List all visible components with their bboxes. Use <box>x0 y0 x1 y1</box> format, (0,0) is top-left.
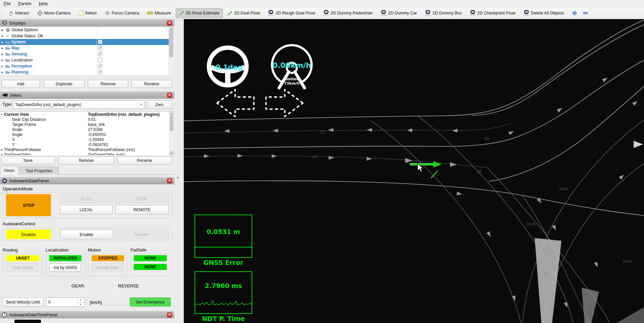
auto-button[interactable]: AUTO <box>60 194 113 203</box>
remote-button[interactable]: REMOTE <box>115 205 169 214</box>
property-row-near-clip[interactable]: Near Clip Distance 0.01 <box>0 117 173 122</box>
datetime-panel-header[interactable]: AutowareDateTimePanel × <box>0 311 174 318</box>
tool-interact[interactable]: Interact <box>5 8 33 18</box>
expand-icon[interactable]: ▶ <box>0 153 4 155</box>
init-by-gnss-button[interactable]: Init by GNSS <box>49 263 81 272</box>
close-icon[interactable]: × <box>167 312 172 317</box>
set-emergency-button[interactable]: Set Emergency <box>130 297 171 307</box>
tool-2d-pose-estimate[interactable]: 2D Pose Estimate <box>176 8 223 18</box>
row-checkbox[interactable]: ✓ <box>98 64 102 68</box>
control-disable-button[interactable]: Disable <box>6 230 51 239</box>
property-row-third-person[interactable]: ▶ThirdPersonFollower ThirdPersonFollower… <box>0 147 173 152</box>
property-row-current-view[interactable]: ▼Current View TopDownOrtho (rviz_default… <box>0 112 173 117</box>
control-enable-button[interactable]: Enable <box>60 230 112 239</box>
menu-help[interactable]: Help <box>35 0 52 7</box>
tool-move-camera[interactable]: Move Camera <box>34 8 74 18</box>
displays-scrollbar[interactable] <box>169 27 173 76</box>
toolbar: Interact Move Camera Select Focus Camera… <box>0 7 644 19</box>
tool-2d-rough-goal-pose[interactable]: WAutoware 2D Rough Goal Pose <box>265 8 318 18</box>
display-row-localization[interactable]: ▶ Localization <box>0 57 173 63</box>
expand-icon[interactable]: ▶ <box>0 29 5 32</box>
remove-view-button[interactable]: Remove <box>58 156 114 165</box>
view-type-combobox[interactable]: TopDownOrtho (rviz_default_plugins) ▼ <box>13 100 145 109</box>
views-scrollbar[interactable]: ▲ ▼ <box>169 111 173 155</box>
property-row-scale[interactable]: Scale 27.5288 <box>0 127 173 132</box>
display-row-sensing[interactable]: ▶ Sensing ✓ <box>0 51 173 57</box>
spin-down-icon[interactable]: ▼ <box>77 302 84 307</box>
tool-2d-dummy-car[interactable]: WAutoware 2D Dummy Car <box>377 8 420 18</box>
tool-select[interactable]: Select <box>75 8 100 18</box>
property-row-y[interactable]: Y -0.0824781 <box>0 142 173 147</box>
toolbar-drag-handle[interactable] <box>1 9 3 17</box>
row-checkbox[interactable] <box>98 58 102 62</box>
menu-panels[interactable]: Panels <box>14 0 35 7</box>
tool-delete-all-objects[interactable]: WAutoware Delete All Objects <box>520 8 568 18</box>
tool-2d-dummy-pedestrian[interactable]: WAutoware 2D Dummy Pedestrian <box>320 8 376 18</box>
scroll-up-icon[interactable]: ▲ <box>170 111 174 116</box>
zero-button[interactable]: Zero <box>147 100 172 109</box>
row-checkbox[interactable]: ✓ <box>98 52 102 56</box>
render-viewport[interactable]: 71 25 91 25 1635 1618 1624 -0.1deg 0.00k… <box>184 19 644 323</box>
velocity-limit-input[interactable] <box>46 298 77 307</box>
expand-icon[interactable]: ▶ <box>0 71 5 74</box>
tab-tool-properties[interactable]: Tool Properties <box>19 167 59 175</box>
remove-button[interactable]: Remove <box>88 80 128 88</box>
control-disable2-button[interactable]: Disable <box>114 230 169 239</box>
row-checkbox[interactable]: ✓ <box>98 70 102 74</box>
accept-start-button[interactable]: Accept Start <box>92 263 123 272</box>
views-panel-header[interactable]: Views × <box>0 91 174 99</box>
autoware-state-panel-header[interactable]: W AutowareStatePanel × <box>0 177 174 184</box>
rename-button[interactable]: Rename <box>131 80 172 88</box>
scroll-down-icon[interactable]: ▼ <box>170 151 174 155</box>
expand-icon[interactable]: ▶ <box>0 41 5 44</box>
display-row-global-status[interactable]: ▶ ✓ Global Status: Ok <box>0 33 173 39</box>
focus-icon <box>105 10 110 16</box>
property-row-topdownortho[interactable]: ▶TopDownOrtho TopDownOrtho (rviz) <box>0 152 173 155</box>
operation-mode-stop-button[interactable]: STOP <box>6 194 51 216</box>
tool-2d-goal-pose[interactable]: 2D Goal Pose <box>224 8 264 18</box>
expand-icon[interactable]: ▶ <box>0 148 4 151</box>
dock-collapse-icon[interactable]: ◄ <box>176 176 179 179</box>
close-icon[interactable]: × <box>167 20 172 26</box>
tool-focus-camera[interactable]: Focus Camera <box>101 8 143 18</box>
expand-icon[interactable]: ▶ <box>0 35 5 38</box>
tab-views[interactable]: Views <box>0 166 18 175</box>
expand-icon[interactable]: ▶ <box>0 53 5 56</box>
tool-2d-dummy-bus[interactable]: WAutoware 2D Dummy Bus <box>422 8 465 18</box>
expand-icon[interactable]: ▶ <box>0 59 5 62</box>
remove-tool-button[interactable] <box>581 9 590 17</box>
display-row-planning[interactable]: ▶ Planning ✓ <box>0 69 173 75</box>
menu-file[interactable]: File <box>0 0 14 7</box>
stop-button[interactable]: STOP <box>115 194 169 203</box>
display-row-map[interactable]: ▶ Map ✓ <box>0 45 173 51</box>
add-tool-button[interactable] <box>570 9 579 17</box>
displays-panel-header[interactable]: Displays × <box>0 19 174 27</box>
property-row-target-frame[interactable]: Target Frame base_link <box>0 122 173 127</box>
collapse-icon[interactable]: ▼ <box>0 113 4 116</box>
failsafe-status-badge: NONE <box>134 255 167 261</box>
autoware-icon: WAutoware <box>524 10 529 16</box>
row-checkbox[interactable]: ✓ <box>98 46 102 50</box>
display-row-perception[interactable]: ▶ Perception ✓ <box>0 63 173 69</box>
display-row-global-options[interactable]: ▶ Global Options <box>0 27 173 33</box>
property-row-x[interactable]: X -1.55583 <box>0 137 173 142</box>
clear-route-button[interactable]: Clear Route <box>6 263 39 272</box>
expand-icon[interactable]: ▶ <box>0 65 5 68</box>
spin-up-icon[interactable]: ▲ <box>77 298 84 302</box>
display-row-system[interactable]: ▶ System ✓ <box>0 39 173 45</box>
close-icon[interactable]: × <box>167 93 172 98</box>
save-button[interactable]: Save <box>1 156 55 165</box>
expand-icon[interactable]: ▶ <box>0 47 5 50</box>
close-icon[interactable]: × <box>167 178 172 183</box>
tool-2d-checkpoint-pose[interactable]: WAutoware 2D Checkpoint Pose <box>467 8 519 18</box>
duplicate-button[interactable]: Duplicate <box>44 80 85 88</box>
rename-view-button[interactable]: Rename <box>117 156 172 165</box>
add-button[interactable]: Add <box>1 80 40 88</box>
tool-label: 2D Dummy Pedestrian <box>331 11 373 15</box>
splitter-handle[interactable] <box>0 77 174 80</box>
row-checkbox[interactable]: ✓ <box>98 40 102 44</box>
property-row-angle[interactable]: Angle -0.650001 <box>0 132 173 137</box>
tool-measure[interactable]: Measure <box>144 8 174 18</box>
local-button[interactable]: LOCAL <box>60 205 113 214</box>
send-velocity-limit-button[interactable]: Send Velocity Limit <box>2 297 44 307</box>
